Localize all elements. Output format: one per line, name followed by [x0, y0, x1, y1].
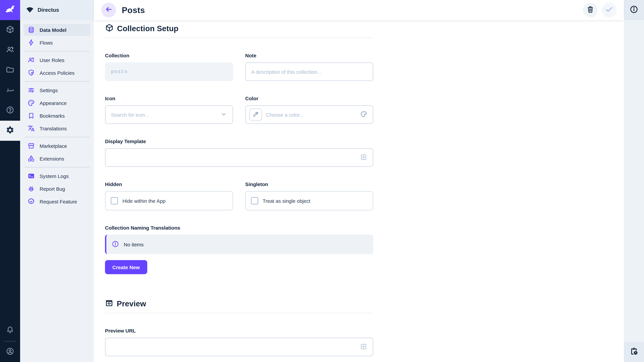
project-name: Directus [38, 7, 59, 13]
nav-item-data-model[interactable]: Data Model [24, 24, 90, 36]
module-content[interactable] [0, 20, 20, 40]
hidden-checkbox[interactable] [111, 197, 118, 204]
nav-item-label: Appearance [40, 100, 67, 106]
color-input-wrapper [245, 105, 373, 124]
field-label: Collection [105, 52, 233, 59]
module-settings[interactable] [0, 121, 20, 141]
add-box-icon[interactable] [360, 153, 367, 162]
create-new-button[interactable]: Create New [105, 260, 147, 274]
preview-url-input[interactable] [105, 338, 373, 356]
nav-divider [24, 51, 90, 52]
field-icon: Icon [105, 95, 233, 124]
singleton-checkbox[interactable] [251, 197, 258, 204]
database-icon [28, 26, 35, 33]
module-users[interactable] [0, 40, 20, 60]
page-content: Collection Setup Collection Note [94, 20, 624, 362]
help-icon [6, 106, 14, 116]
nav-item-access-policies[interactable]: Access Policies [24, 67, 90, 79]
sidebar-info-button[interactable] [624, 0, 644, 20]
preview-url-text[interactable] [111, 344, 356, 350]
display-template-text[interactable] [111, 155, 356, 160]
section-divider [105, 37, 373, 38]
nav-item-translations[interactable]: Translations [24, 122, 90, 134]
module-files[interactable] [0, 60, 20, 80]
category-icon [28, 155, 35, 162]
icon-search-input[interactable] [111, 112, 216, 117]
nav-item-label: Flows [40, 40, 53, 45]
save-button[interactable] [602, 3, 616, 17]
field-naming-translations: Collection Naming Translations No items [105, 225, 373, 274]
add-box-icon[interactable] [360, 343, 367, 351]
account-button[interactable] [0, 342, 20, 362]
nav-item-extensions[interactable]: Extensions [24, 152, 90, 165]
field-display-template: Display Template [105, 138, 373, 167]
nav-item-report-bug[interactable]: Report Bug [24, 183, 90, 195]
field-singleton: Singleton Treat as single object [245, 181, 373, 211]
module-help[interactable] [0, 100, 20, 121]
collection-form: Collection Setup Collection Note [105, 23, 373, 356]
nav-item-user-roles[interactable]: User Roles [24, 54, 90, 66]
singleton-checkbox-field[interactable]: Treat as single object [245, 191, 373, 211]
module-bar [0, 0, 20, 362]
nav-item-label: Access Policies [40, 70, 74, 76]
field-label: Display Template [105, 138, 373, 145]
section-divider [105, 313, 373, 313]
notice-text: No items [124, 242, 144, 247]
nav-item-label: System Logs [40, 173, 68, 179]
color-input[interactable] [266, 112, 356, 117]
field-label: Color [245, 95, 373, 102]
nav-item-label: Translations [40, 125, 67, 131]
trash-icon [586, 5, 594, 15]
pending-actions-icon [630, 347, 638, 357]
nav-item-system-logs[interactable]: System Logs [24, 170, 90, 182]
sidebar-activity-button[interactable] [624, 342, 644, 362]
bell-icon [6, 326, 14, 336]
collection-input[interactable] [111, 69, 227, 75]
icon-select[interactable] [105, 105, 233, 124]
terminal-icon [28, 172, 35, 180]
no-items-notice: No items [105, 235, 373, 254]
field-label: Icon [105, 95, 233, 102]
delete-button[interactable] [583, 3, 598, 17]
palette-icon [28, 99, 35, 107]
info-icon [630, 5, 638, 15]
collection-input-wrapper [105, 62, 233, 81]
palette-icon [360, 111, 367, 119]
note-input[interactable] [251, 69, 367, 75]
nav-item-bookmarks[interactable]: Bookmarks [24, 110, 90, 122]
field-preview-url: Preview URL [105, 328, 373, 356]
display-template-input[interactable] [105, 148, 373, 167]
field-color: Color [245, 95, 373, 124]
bug-icon [28, 185, 35, 192]
eyedropper-button[interactable] [249, 108, 262, 121]
nav-item-marketplace[interactable]: Marketplace [24, 140, 90, 152]
back-button[interactable] [101, 3, 116, 17]
nav-item-label: Settings [40, 87, 58, 93]
nav-item-label: Bookmarks [40, 113, 65, 118]
hidden-checkbox-field[interactable]: Hide within the App [105, 191, 233, 211]
nav-item-label: Request Feature [40, 199, 77, 204]
checkbox-label: Hide within the App [122, 198, 166, 204]
nav-divider [24, 81, 90, 82]
field-label: Hidden [105, 181, 233, 188]
field-label: Collection Naming Translations [105, 225, 373, 231]
section-title: Collection Setup [117, 24, 178, 33]
feature-badge-icon [28, 198, 35, 205]
nav-item-label: Data Model [40, 27, 66, 33]
notifications-button[interactable] [0, 321, 20, 341]
directus-logo[interactable] [0, 0, 20, 20]
nav-item-request-feature[interactable]: Request Feature [24, 195, 90, 207]
nav-item-label: User Roles [40, 57, 64, 63]
box-icon [6, 25, 14, 35]
insights-icon [6, 85, 14, 95]
module-insights[interactable] [0, 80, 20, 100]
field-label: Singleton [245, 181, 373, 188]
preview-icon [105, 299, 113, 309]
main-area: Posts [94, 0, 624, 362]
avatar-icon [6, 347, 14, 357]
project-chooser[interactable]: Directus [20, 0, 94, 20]
nav-item-flows[interactable]: Flows [24, 36, 90, 49]
nav-item-appearance[interactable]: Appearance [24, 97, 90, 109]
right-sidebar [624, 0, 644, 362]
nav-item-settings[interactable]: Settings [24, 84, 90, 96]
